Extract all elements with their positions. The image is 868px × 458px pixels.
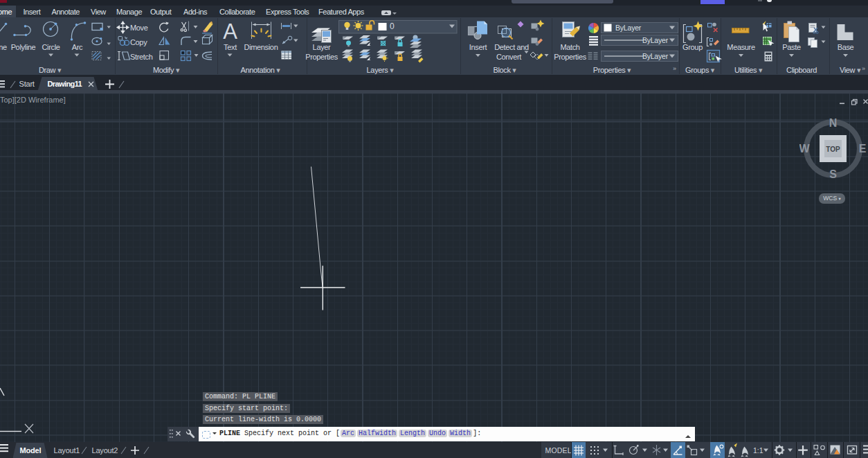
svg-text:E: E bbox=[859, 143, 867, 155]
svg-text:ByLayer: ByLayer bbox=[615, 24, 642, 32]
svg-text:ByLayer: ByLayer bbox=[642, 52, 669, 60]
svg-text:ByLayer: ByLayer bbox=[642, 36, 669, 44]
svg-text:0: 0 bbox=[390, 21, 395, 31]
svg-text:W: W bbox=[799, 143, 810, 155]
svg-text:1:1: 1:1 bbox=[753, 446, 763, 455]
svg-text:N: N bbox=[829, 117, 838, 129]
svg-text:TOP: TOP bbox=[826, 146, 840, 153]
svg-text:S: S bbox=[829, 168, 837, 180]
svg-text:A: A bbox=[223, 19, 237, 44]
